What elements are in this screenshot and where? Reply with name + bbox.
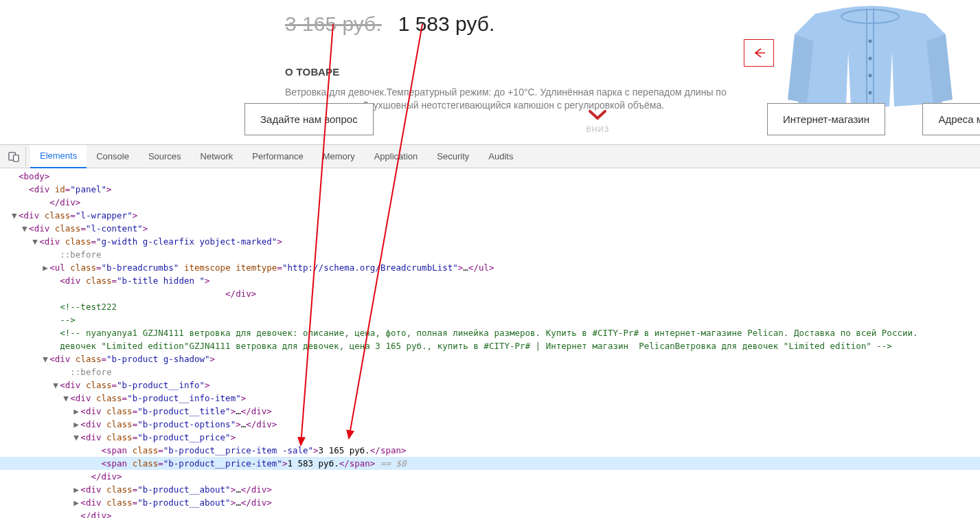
dom-tree-row[interactable]: </div>: [0, 196, 980, 209]
old-price: 3 165 руб.: [285, 12, 382, 36]
devtools-panel: ElementsConsoleSourcesNetworkPerformance…: [0, 144, 980, 518]
devtools-tab-elements[interactable]: Elements: [30, 145, 87, 168]
dom-tree-row[interactable]: ▼<div class="b-product__info-item">: [0, 392, 980, 405]
new-price: 1 583 руб.: [398, 12, 495, 36]
product-info: 3 165 руб. 1 583 руб. О ТОВАРЕ Ветровка …: [285, 12, 747, 112]
svg-point-4: [869, 91, 872, 95]
dom-tree-row[interactable]: ▶<div class="b-product__about">…</div>: [0, 496, 980, 509]
dom-tree-row[interactable]: </div>: [0, 287, 980, 300]
page-content: 3 165 руб. 1 583 руб. О ТОВАРЕ Ветровка …: [0, 0, 980, 144]
svg-point-1: [869, 40, 872, 43]
dom-tree-row[interactable]: ▶<div class="b-product__title">…</div>: [0, 405, 980, 418]
dom-tree-row[interactable]: ▼<div class="l-content">: [0, 222, 980, 235]
svg-point-2: [869, 57, 872, 60]
dom-tree-row[interactable]: ::before: [0, 365, 980, 379]
devtools-tab-memory[interactable]: Memory: [313, 145, 365, 168]
about-title: О ТОВАРЕ: [285, 66, 747, 78]
dom-tree-row[interactable]: ▼<div class="b-product__price">: [0, 431, 980, 444]
dom-tree-row[interactable]: </div>: [0, 470, 980, 483]
product-image: [760, 0, 980, 110]
devtools-tab-performance[interactable]: Performance: [242, 145, 312, 168]
dom-tree-row[interactable]: ::before: [0, 248, 980, 261]
dom-tree-row[interactable]: ▼<div class="l-wrapper">: [0, 209, 980, 222]
floating-buttons: Задайте нам вопрос Интернет-магазин Адре…: [0, 103, 980, 139]
dom-tree-row[interactable]: <div id="panel">: [0, 183, 980, 196]
dom-tree-row[interactable]: ▶<ul class="b-breadcrumbs" itemscope ite…: [0, 261, 980, 274]
device-toggle-button[interactable]: [3, 146, 26, 167]
elements-tree[interactable]: <body> <div id="panel"> </div> ▼<div cla…: [0, 168, 980, 518]
devtools-tab-security[interactable]: Security: [427, 145, 479, 168]
prev-image-button[interactable]: [744, 39, 774, 67]
devtools-tab-network[interactable]: Network: [191, 145, 243, 168]
dom-tree-row[interactable]: девочек "Limited edition"GZJN4111 ветров…: [0, 339, 980, 352]
dom-tree-row[interactable]: <body>: [0, 170, 980, 183]
devtools-tab-console[interactable]: Console: [87, 145, 139, 168]
dom-tree-row[interactable]: </div>: [0, 509, 980, 518]
svg-rect-6: [14, 155, 19, 161]
price-row: 3 165 руб. 1 583 руб.: [285, 12, 747, 36]
devtools-header: ElementsConsoleSourcesNetworkPerformance…: [0, 145, 980, 168]
store-addresses-button[interactable]: Адреса мага: [922, 103, 980, 135]
dom-tree-row[interactable]: <span class="b-product__price-item">1 58…: [0, 457, 980, 470]
dom-tree-row[interactable]: <span class="b-product__price-item -sale…: [0, 444, 980, 457]
dom-tree-row[interactable]: ▶<div class="b-product-options">…</div>: [0, 418, 980, 431]
online-shop-button[interactable]: Интернет-магазин: [767, 103, 885, 135]
dom-tree-row[interactable]: ▼<div class="g-width g-clearfix yobject-…: [0, 235, 980, 248]
dom-tree-row[interactable]: ▶<div class="b-product__about">…</div>: [0, 483, 980, 496]
dom-tree-row[interactable]: ▼<div class="b-product g-shadow">: [0, 352, 980, 365]
devtools-tab-sources[interactable]: Sources: [139, 145, 191, 168]
ask-question-button[interactable]: Задайте нам вопрос: [244, 103, 374, 135]
dom-tree-row[interactable]: <div class="b-title hidden ">: [0, 274, 980, 287]
dom-tree-row[interactable]: <!--test222: [0, 300, 980, 313]
devtools-tab-audits[interactable]: Audits: [479, 145, 523, 168]
dom-tree-row[interactable]: ▼<div class="b-product__info">: [0, 379, 980, 392]
dom-tree-row[interactable]: -->: [0, 313, 980, 326]
svg-point-3: [869, 74, 872, 78]
devtools-tab-application[interactable]: Application: [365, 145, 428, 168]
dom-tree-row[interactable]: <!-- nyanyanya1 GZJN4111 ветровка для де…: [0, 326, 980, 339]
